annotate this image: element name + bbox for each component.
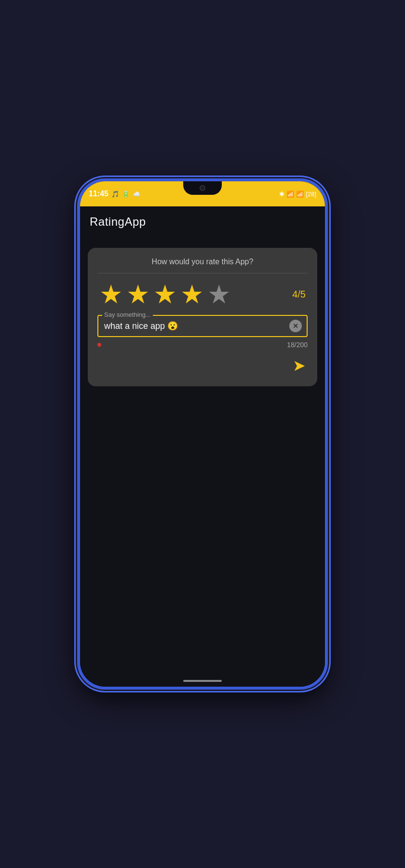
rating-score: 4/5 bbox=[292, 289, 306, 300]
app-content: RatingApp How would you rate this App? ★… bbox=[80, 206, 325, 687]
battery-icon: 🔋 bbox=[122, 190, 130, 198]
star-1[interactable]: ★ bbox=[99, 281, 122, 307]
star-4[interactable]: ★ bbox=[180, 281, 203, 307]
char-count-row: 18/200 bbox=[97, 341, 308, 349]
submit-button[interactable]: ➤ bbox=[293, 356, 306, 375]
app-header: RatingApp bbox=[80, 206, 325, 233]
submit-arrow-icon: ➤ bbox=[293, 356, 306, 375]
error-indicator bbox=[97, 343, 101, 347]
clear-button[interactable]: ✕ bbox=[289, 320, 302, 332]
bluetooth-icon: ✱ bbox=[279, 190, 284, 198]
home-indicator bbox=[183, 680, 222, 682]
input-label: Say something... bbox=[102, 311, 153, 318]
star-5[interactable]: ★ bbox=[207, 281, 230, 307]
status-time: 11:45 bbox=[89, 190, 108, 198]
card-question: How would you rate this App? bbox=[97, 258, 308, 273]
app-title: RatingApp bbox=[90, 215, 315, 229]
spotify-icon: 🎵 bbox=[111, 190, 119, 198]
rating-card: How would you rate this App? ★ ★ ★ ★ ★ 4… bbox=[88, 248, 317, 386]
submit-row: ➤ bbox=[97, 356, 308, 375]
star-3[interactable]: ★ bbox=[153, 281, 176, 307]
char-count: 18/200 bbox=[287, 341, 308, 349]
battery-percent: [28] bbox=[306, 190, 316, 198]
notch bbox=[183, 181, 222, 195]
comment-input[interactable]: what a nice app 😮 bbox=[104, 321, 178, 331]
star-2[interactable]: ★ bbox=[126, 281, 149, 307]
status-right: ✱ 📶 📶 [28] bbox=[279, 190, 316, 198]
wifi-icon: 📶 bbox=[286, 190, 294, 198]
phone-frame: 11:45 🎵 🔋 ☁️ ✱ 📶 📶 [28] RatingApp bbox=[77, 178, 328, 690]
status-left: 11:45 🎵 🔋 ☁️ bbox=[89, 190, 140, 198]
camera bbox=[200, 185, 205, 191]
comment-input-container: Say something... what a nice app 😮 ✕ bbox=[97, 315, 308, 337]
cloud-icon: ☁️ bbox=[133, 190, 140, 198]
signal-icon: 📶 bbox=[296, 190, 304, 198]
stars-row: ★ ★ ★ ★ ★ 4/5 bbox=[97, 281, 308, 307]
